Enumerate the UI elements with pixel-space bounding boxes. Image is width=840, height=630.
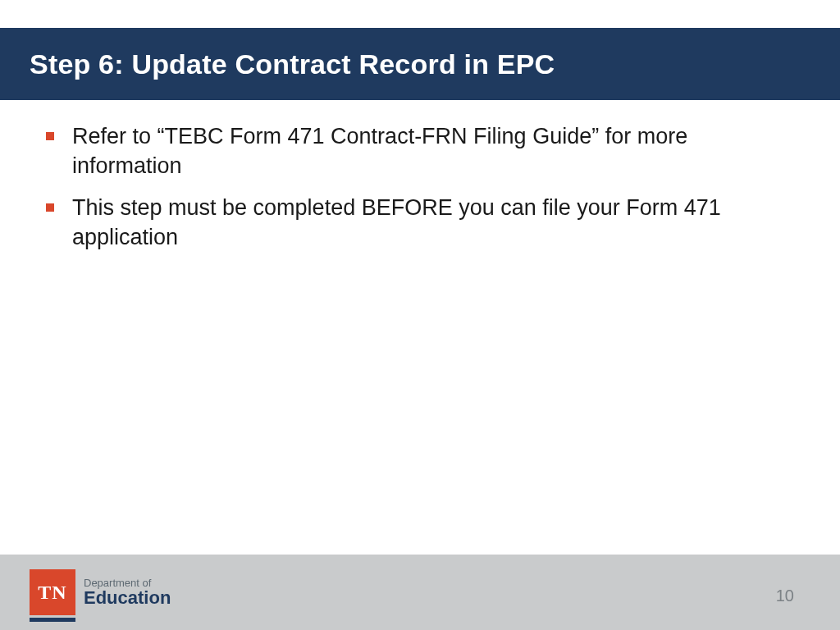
title-bar: Step 6: Update Contract Record in EPC — [0, 28, 840, 100]
bullet-list: Refer to “TEBC Form 471 Contract-FRN Fil… — [46, 121, 794, 253]
dept-label: Department of — [84, 578, 171, 589]
education-label: Education — [84, 588, 171, 607]
tn-logo-box: TN — [30, 569, 75, 615]
logo-text: Department of Education — [84, 578, 171, 608]
slide-body: Refer to “TEBC Form 471 Contract-FRN Fil… — [46, 121, 794, 264]
footer-bar: TN Department of Education 10 — [0, 555, 840, 630]
slide-title: Step 6: Update Contract Record in EPC — [30, 48, 555, 80]
page-number: 10 — [776, 587, 794, 605]
list-item: Refer to “TEBC Form 471 Contract-FRN Fil… — [46, 121, 794, 181]
tn-logo-text: TN — [38, 582, 66, 604]
list-item: This step must be completed BEFORE you c… — [46, 193, 794, 253]
tn-education-logo: TN Department of Education — [30, 569, 171, 615]
slide: Step 6: Update Contract Record in EPC Re… — [0, 0, 840, 630]
